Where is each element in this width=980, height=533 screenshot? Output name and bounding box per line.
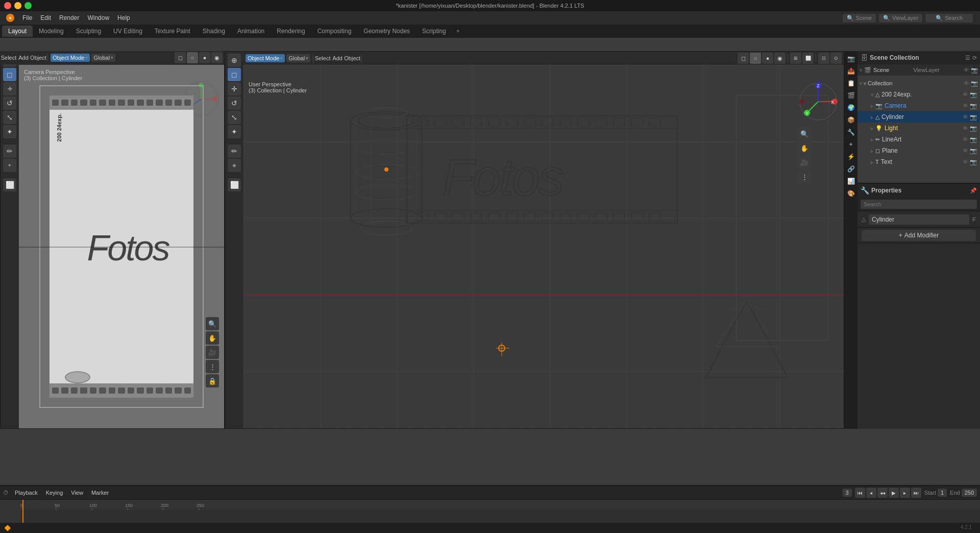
cursor-tool-main[interactable]: ⊕ [228, 54, 241, 67]
start-frame-box[interactable]: 1 [938, 489, 947, 497]
scene-search[interactable]: 🔍 Scene [843, 14, 876, 22]
item-cylinder[interactable]: ▹ △ Cylinder 👁 📷 [857, 111, 980, 123]
add-btn-l[interactable]: Add [17, 51, 30, 64]
end-frame-box[interactable]: 250 [962, 489, 977, 497]
object-name-input[interactable] [869, 214, 969, 225]
item-7-eye[interactable]: 👁 [963, 159, 968, 165]
transform-tool-main[interactable]: ✦ [228, 125, 241, 138]
measure-tool-main[interactable]: ⌖ [228, 159, 241, 172]
menu-blender[interactable]: ● [2, 13, 18, 23]
item-1-eye[interactable]: 👁 [963, 91, 968, 98]
props-search-input[interactable] [861, 200, 977, 209]
pan-btn-left[interactable]: ✋ [206, 331, 219, 345]
menu-help[interactable]: Help [113, 13, 134, 22]
more-btn-left[interactable]: ⋮ [206, 360, 219, 373]
scene-eye[interactable]: 👁 [964, 67, 969, 74]
camera-btn-left[interactable]: 🎥 [206, 346, 219, 359]
item-lineart[interactable]: ▹ ✏ LineArt 👁 📷 [857, 134, 980, 145]
tab-uv-editing[interactable]: UV Editing [107, 26, 149, 37]
marker-menu[interactable]: Marker [89, 489, 111, 497]
filter-icon[interactable]: ☰ [965, 55, 970, 61]
xray-btn[interactable]: ⬜ [802, 53, 814, 64]
scene-render[interactable]: 📷 [971, 67, 978, 74]
sync-icon[interactable]: ⟳ [972, 55, 977, 61]
rotate-tool[interactable]: ↺ [3, 96, 16, 110]
view-layer-search[interactable]: 🔍 ViewLayer [879, 14, 922, 22]
item-4-eye[interactable]: 👁 [963, 125, 968, 132]
rendered-shading-btn[interactable]: ◉ [774, 53, 786, 64]
item-7-render[interactable]: 📷 [970, 159, 977, 165]
tab-modeling[interactable]: Modeling [33, 26, 70, 37]
zoom-btn-left[interactable]: 🔍 [206, 317, 219, 330]
render-btn-l[interactable]: ◉ [211, 52, 223, 63]
minimize-button[interactable] [14, 2, 21, 9]
next-frame-btn[interactable]: ▸ [900, 488, 910, 498]
collection-row[interactable]: ▿ ▿ Collection 👁 📷 [857, 78, 980, 89]
item-plane[interactable]: ▹ ◻ Plane 👁 📷 [857, 145, 980, 156]
item-3-eye[interactable]: 👁 [963, 114, 968, 120]
constraints-props-btn[interactable]: 🔗 [845, 163, 856, 175]
solid-btn-l[interactable]: ○ [187, 52, 198, 63]
select-tool[interactable]: ◻ [3, 68, 16, 81]
more-btn-main[interactable]: ⋮ [798, 170, 811, 183]
material-props-btn[interactable]: 🎨 [845, 188, 856, 199]
add-cube-tool[interactable]: ⬜ [3, 178, 16, 191]
measure-tool[interactable]: ⌖ [3, 159, 16, 172]
tab-geometry-nodes[interactable]: Geometry Nodes [357, 26, 416, 37]
item-5-eye[interactable]: 👁 [963, 136, 968, 143]
item-200-24exp[interactable]: ▿ △ 200 24exp. 👁 📷 [857, 89, 980, 100]
item-text[interactable]: ▹ T Text 👁 📷 [857, 156, 980, 167]
tab-layout[interactable]: Layout [2, 26, 33, 37]
prev-frame-btn[interactable]: ◂ [866, 488, 876, 498]
global-search[interactable]: 🔍 Search [925, 14, 973, 22]
snap-btn[interactable]: ⊡ [818, 53, 829, 64]
particles-props-btn[interactable]: ✦ [845, 139, 856, 150]
tab-texture-paint[interactable]: Texture Paint [149, 26, 197, 37]
item-1-render[interactable]: 📷 [970, 91, 977, 98]
jump-start-btn[interactable]: ⏮ [855, 488, 865, 498]
world-props-btn[interactable]: 🌍 [845, 102, 856, 113]
item-6-eye[interactable]: 👁 [963, 148, 968, 154]
mode-dropdown[interactable]: Object Mode ▾ [246, 54, 285, 62]
menu-file[interactable]: File [18, 13, 36, 22]
item-2-eye[interactable]: 👁 [963, 103, 968, 109]
menu-render[interactable]: Render [55, 13, 83, 22]
current-frame-box[interactable]: 3 [843, 489, 852, 497]
playback-menu[interactable]: Playback [13, 489, 40, 497]
annotate-tool[interactable]: ✏ [3, 144, 16, 158]
item-2-render[interactable]: 📷 [970, 103, 977, 109]
move-tool-main[interactable]: ✛ [228, 82, 241, 95]
mode-dropdown-l[interactable]: Object Mode ▾ [51, 54, 90, 62]
tab-animation[interactable]: Animation [231, 26, 271, 37]
physics-props-btn[interactable]: ⚡ [845, 151, 856, 162]
play-reverse-btn[interactable]: ◂◂ [877, 488, 888, 498]
add-workspace-button[interactable]: + [452, 26, 464, 37]
output-props-btn[interactable]: 📤 [845, 65, 856, 77]
object-props-btn[interactable]: 📦 [845, 114, 856, 126]
move-tool[interactable]: ✛ [3, 82, 16, 95]
scale-tool-main[interactable]: ⤡ [228, 111, 241, 124]
menu-edit[interactable]: Edit [36, 13, 55, 22]
select-btn-l[interactable]: Select [2, 51, 15, 64]
proportional-btn[interactable]: ⊙ [830, 53, 842, 64]
mat-btn-l[interactable]: ● [199, 52, 210, 63]
close-button[interactable] [4, 2, 11, 9]
solid-shading-btn[interactable]: ○ [750, 53, 761, 64]
item-6-render[interactable]: 📷 [970, 148, 977, 154]
material-shading-btn[interactable]: ● [762, 53, 773, 64]
scene-props-btn[interactable]: 🎬 [845, 90, 856, 101]
global-dropdown-l[interactable]: Global ▾ [91, 54, 115, 62]
item-light[interactable]: ▹ 💡 Light 👁 📷 [857, 123, 980, 134]
scene-collapse-icon[interactable]: ▿ [860, 67, 862, 73]
viewlayer-props-btn[interactable]: 📋 [845, 78, 856, 89]
coll-render[interactable]: 📷 [971, 80, 978, 87]
view-menu[interactable]: View [69, 489, 85, 497]
scale-tool[interactable]: ⤡ [3, 111, 16, 124]
zoom-btn-main[interactable]: 🔍 [798, 127, 811, 140]
item-5-render[interactable]: 📷 [970, 136, 977, 143]
obj-btn-l[interactable]: Object [32, 51, 45, 64]
add-menu-btn[interactable]: Add [331, 52, 344, 65]
select-menu-btn[interactable]: Select [316, 52, 329, 65]
data-props-btn[interactable]: 📊 [845, 176, 856, 187]
coll-eye[interactable]: 👁 [964, 80, 969, 87]
